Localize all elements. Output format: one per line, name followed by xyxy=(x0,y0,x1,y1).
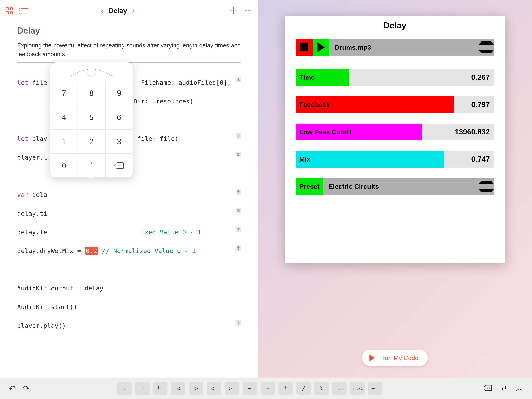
param-slider[interactable]: Time 0.267 xyxy=(296,69,494,86)
result-cube-icon[interactable] xyxy=(236,77,241,82)
audio-file-label: Drums.mp3 xyxy=(329,44,371,51)
result-cube-icon[interactable] xyxy=(236,227,241,232)
operator-key[interactable]: ..< xyxy=(350,382,365,395)
operator-key[interactable]: <= xyxy=(207,382,221,395)
operator-key[interactable]: >= xyxy=(225,382,239,395)
stop-button[interactable] xyxy=(296,39,313,56)
param-label: Mix xyxy=(296,155,310,163)
number-pad-popover: 7 8 9 4 5 6 1 2 3 0 +/−. xyxy=(50,62,133,178)
result-cube-icon[interactable] xyxy=(236,245,241,251)
stepper-down-icon[interactable] xyxy=(478,187,494,195)
audio-file-row: Drums.mp3 xyxy=(296,39,494,56)
more-menu-icon[interactable] xyxy=(245,10,252,12)
param-value: 13960.832 xyxy=(455,128,494,136)
param-value: 0.747 xyxy=(471,155,494,163)
operator-key[interactable]: . xyxy=(117,382,132,395)
stepper-down-icon[interactable] xyxy=(478,47,494,56)
popover-handle[interactable] xyxy=(50,62,133,81)
preset-value: Electric Circuits xyxy=(323,183,379,190)
file-stepper[interactable] xyxy=(478,39,494,56)
operator-key[interactable]: == xyxy=(135,382,150,395)
param-label: Time xyxy=(296,74,315,81)
preset-label: Preset xyxy=(296,178,323,195)
run-code-label: Run My Code xyxy=(380,354,418,362)
numpad-key-4[interactable]: 4 xyxy=(50,105,78,129)
param-value: 0.797 xyxy=(471,101,494,109)
stepper-up-icon[interactable] xyxy=(478,39,494,47)
doc-title: Delay xyxy=(17,26,241,35)
run-code-button[interactable]: Run My Code xyxy=(362,350,428,366)
preset-row: Preset Electric Circuits xyxy=(296,178,494,195)
numpad-key-sign[interactable]: +/−. xyxy=(78,154,105,178)
play-icon xyxy=(369,354,375,361)
keyboard-toolbar: ↶ ↷ .==!=<><=>=+-*/%.....<~= ⤶ ︿ xyxy=(0,378,532,399)
numpad-key-6[interactable]: 6 xyxy=(105,105,133,129)
preset-stepper[interactable] xyxy=(478,178,494,195)
param-slider[interactable]: Low Pass Cutoff 13960.832 xyxy=(296,123,494,140)
undo-button[interactable]: ↶ xyxy=(9,383,16,393)
numpad-key-9[interactable]: 9 xyxy=(105,81,133,105)
numpad-key-8[interactable]: 8 xyxy=(78,81,105,105)
operator-key[interactable]: - xyxy=(260,382,275,395)
result-cube-icon[interactable] xyxy=(236,152,241,157)
operator-key[interactable]: / xyxy=(296,382,311,395)
numpad-key-5[interactable]: 5 xyxy=(78,105,105,129)
prev-chevron-icon[interactable]: ‹ xyxy=(101,6,104,16)
operator-key[interactable]: + xyxy=(243,382,257,395)
add-button[interactable] xyxy=(230,7,237,14)
param-value: 0.267 xyxy=(471,73,494,82)
operator-key[interactable]: * xyxy=(279,382,293,395)
result-cube-icon[interactable] xyxy=(236,208,241,213)
operator-key[interactable]: != xyxy=(153,382,167,395)
param-label: Feedback xyxy=(296,101,330,109)
result-cube-icon[interactable] xyxy=(236,189,241,195)
operator-key[interactable]: < xyxy=(171,382,185,395)
numpad-key-backspace[interactable] xyxy=(105,154,133,178)
next-chevron-icon[interactable]: › xyxy=(132,6,135,16)
operator-key[interactable]: % xyxy=(314,382,329,395)
result-cube-icon[interactable] xyxy=(236,133,241,139)
numpad-key-1[interactable]: 1 xyxy=(50,129,78,154)
param-slider[interactable]: Mix 0.747 xyxy=(296,151,494,167)
preview-title: Delay xyxy=(296,21,494,30)
param-label: Low Pass Cutoff xyxy=(296,128,351,136)
value-highlight[interactable]: 0.2 xyxy=(85,247,98,255)
preview-panel: Delay Drums.mp3 Time 0.267 Feedback 0.79… xyxy=(285,16,505,263)
play-button[interactable] xyxy=(313,39,329,56)
numpad-key-7[interactable]: 7 xyxy=(50,81,78,105)
param-slider[interactable]: Feedback 0.797 xyxy=(296,96,494,113)
operator-key[interactable]: ~= xyxy=(368,382,382,395)
numpad-key-3[interactable]: 3 xyxy=(105,129,133,154)
numpad-key-2[interactable]: 2 xyxy=(78,129,105,154)
stepper-up-icon[interactable] xyxy=(478,178,494,187)
numpad-key-0[interactable]: 0 xyxy=(50,154,78,178)
keyboard-backspace-icon[interactable] xyxy=(483,385,492,392)
return-key-icon[interactable]: ⤶ xyxy=(500,383,507,393)
operator-key[interactable]: > xyxy=(189,382,203,395)
operator-key[interactable]: ... xyxy=(332,382,347,395)
doc-description: Exploring the powerful effect of repeati… xyxy=(17,41,241,58)
chevron-up-icon[interactable]: ︿ xyxy=(516,383,523,394)
redo-button[interactable]: ↷ xyxy=(23,383,30,393)
result-cube-icon[interactable] xyxy=(236,320,241,326)
page-title: Delay xyxy=(108,7,127,15)
